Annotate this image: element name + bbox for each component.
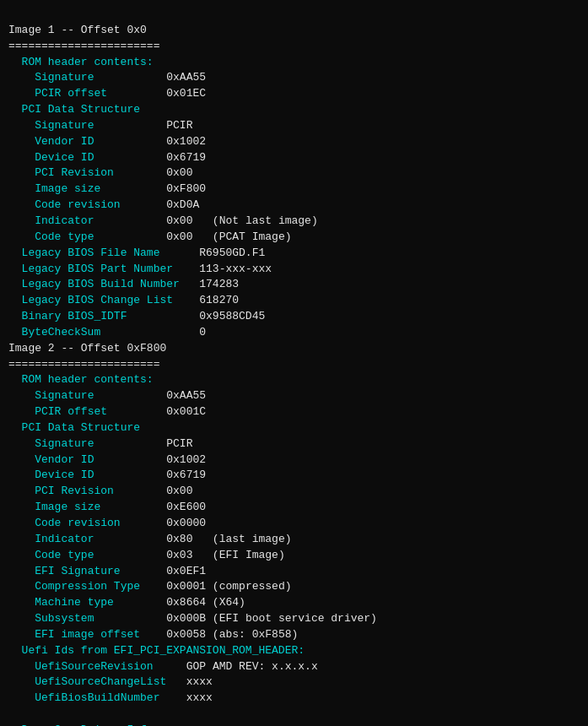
uefi-change-list: UefiSourceChangeList xxxx — [8, 675, 213, 688]
image2-efi-offset: EFI image offset 0x0058 (abs: 0xF858) — [8, 628, 298, 641]
image2-compression: Compression Type 0x0001 (compressed) — [8, 580, 292, 593]
image1-binary-idtf: Binary BIOS_IDTF 0x9588CD45 — [8, 310, 265, 322]
terminal-output: Image 1 -- Offset 0x0 ==================… — [8, 7, 580, 726]
image1-header: Image 1 -- Offset 0x0 — [8, 24, 147, 36]
image1-separator: ======================= — [8, 40, 159, 52]
uefi-source-rev: UefiSourceRevision GOP AMD REV: x.x.x.x — [8, 660, 318, 673]
image2-field-sig: Signature 0xAA55 — [8, 389, 206, 402]
blank-line1 — [8, 707, 15, 720]
image1-bios-build: Legacy BIOS Build Number 174283 — [8, 278, 239, 290]
image2-indicator: Indicator 0x80 (last image) — [8, 533, 292, 545]
uefi-ids-header: Uefi Ids from EFI_PCI_EXPANSION_ROM_HEAD… — [8, 644, 305, 657]
image1-device-id: Device ID 0x6719 — [8, 151, 206, 164]
image1-checksum: ByteCheckSum 0 — [8, 326, 206, 339]
image1-indicator: Indicator 0x00 (Not last image) — [8, 214, 318, 227]
image1-bios-file: Legacy BIOS File Name R6950GD.F1 — [8, 247, 265, 259]
image1-img-size: Image size 0xF800 — [8, 182, 206, 195]
uefi-bios-build: UefiBiosBuildNumber xxxx — [8, 691, 213, 704]
image1-rom-header: ROM header contents: — [8, 56, 154, 68]
image2-vendor-id: Vendor ID 0x1002 — [8, 453, 206, 466]
image2-subsystem: Subsystem 0x000B (EFI boot service drive… — [8, 612, 377, 625]
image2-separator: ======================= — [8, 358, 159, 371]
image2-field-pcir: PCIR offset 0x001C — [8, 405, 206, 418]
image1-code-rev: Code revision 0xD0A — [8, 198, 199, 211]
image2-code-type: Code type 0x03 (EFI Image) — [8, 549, 285, 561]
image1-bios-part: Legacy BIOS Part Number 113-xxx-xxx — [8, 263, 272, 275]
image1-bios-change: Legacy BIOS Change List 618270 — [8, 294, 239, 306]
image1-field-pcir: PCIR offset 0x01EC — [8, 87, 206, 100]
image1-pci-rev: PCI Revision 0x00 — [8, 166, 192, 179]
image2-header: Image 2 -- Offset 0xF800 — [8, 342, 166, 355]
image2-pci-struct: PCI Data Structure — [8, 421, 140, 434]
image1-pci-struct: PCI Data Structure — [8, 103, 140, 116]
image1-field-sig: Signature 0xAA55 — [8, 71, 206, 84]
image2-img-size: Image size 0xE600 — [8, 501, 206, 513]
image2-efi-sig: EFI Signature 0x0EF1 — [8, 565, 206, 577]
image2-machine-type: Machine type 0x8664 (X64) — [8, 596, 245, 609]
image1-pci-sig: Signature PCIR — [8, 119, 192, 132]
image2-device-id: Device ID 0x6719 — [8, 469, 206, 481]
image2-code-rev: Code revision 0x0000 — [8, 517, 206, 529]
image1-code-type: Code type 0x00 (PCAT Image) — [8, 230, 292, 243]
image1-vendor-id: Vendor ID 0x1002 — [8, 135, 206, 148]
image2-pci-sig: Signature PCIR — [8, 437, 192, 450]
image2-rom-header: ROM header contents: — [8, 373, 154, 386]
image2-pci-rev: PCI Revision 0x00 — [8, 485, 192, 497]
